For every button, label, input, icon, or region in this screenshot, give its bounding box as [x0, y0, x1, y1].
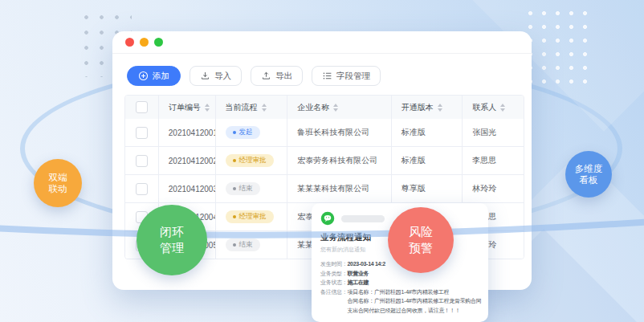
column-header[interactable]: 订单编号 [159, 96, 216, 119]
flow-badge-label: 经理审批 [239, 212, 267, 222]
multi-dashboard-label-1: 多维度 [575, 163, 603, 174]
flow-badge-label: 发起 [239, 128, 253, 137]
notification-field-extra-line: 合同名称：广州碧桂园1-4#市内精装修工程龙骨采购合同 [348, 296, 482, 306]
notification-field: 备注信息：项目名称：广州碧桂园1-4#市内精装修工程合同名称：广州碧桂园1-4#… [320, 287, 482, 316]
company-cell: 某某某科技有限公司 [287, 175, 391, 202]
sort-icon[interactable] [333, 104, 338, 112]
flow-badge-label: 结束 [239, 240, 253, 250]
order-cell: 20210412001 [159, 119, 216, 146]
dual-link-bubble: 双端 联动 [34, 159, 82, 207]
column-header-label: 企业名称 [297, 102, 329, 113]
flow-status-dot [233, 131, 236, 134]
risk-warning-label-1: 风险 [409, 224, 433, 240]
notification-field-extra-line: 支出合同付款已经超过合同收票，请注意！！！ [348, 306, 482, 316]
notification-field-value: 2023-03-14 14:2 [348, 259, 385, 269]
flow-badge: 发起 [226, 126, 260, 139]
window-close-dot[interactable] [125, 38, 134, 47]
column-header[interactable]: 企业名称 [287, 96, 391, 119]
row-checkbox-cell [125, 147, 159, 174]
table-header: 订单编号当前流程企业名称开通版本联系人 [125, 96, 524, 119]
window-titlebar [112, 31, 532, 54]
dual-link-label-2: 联动 [49, 183, 67, 194]
sort-icon[interactable] [205, 104, 210, 112]
contact-cell: 林玲玲 [463, 175, 524, 202]
notification-field: 业务状态：施工在建 [320, 278, 482, 287]
sort-up-arrow [333, 104, 338, 107]
sort-down-arrow [333, 108, 338, 112]
flow-status-dot [233, 243, 236, 247]
contact-cell: 李思思 [463, 147, 524, 174]
select-all-checkbox[interactable] [136, 101, 148, 113]
sort-up-arrow [500, 104, 505, 107]
flow-cell: 经理审批 [216, 203, 288, 230]
flow-status-dot [233, 187, 236, 190]
import-button-label: 导入 [214, 71, 231, 82]
column-header[interactable]: 当前流程 [216, 96, 288, 119]
row-checkbox-cell [125, 175, 159, 202]
closed-loop-label-1: 闭环 [160, 224, 184, 240]
table-row[interactable]: 20210412002经理审批宏泰劳务科技有限公司标准版李思思 [125, 147, 524, 175]
plus-circle-icon [138, 71, 149, 81]
flow-badge: 经理审批 [226, 154, 274, 167]
sort-down-arrow [262, 108, 267, 112]
add-button-label: 添加 [153, 71, 169, 82]
toolbar: 添加 导入 导出 字段管理 [112, 54, 532, 86]
sort-down-arrow [438, 108, 442, 112]
download-icon [200, 71, 210, 81]
order-cell: 20210412003 [159, 175, 216, 202]
flow-badge-label: 结束 [239, 184, 253, 194]
column-header-label: 订单编号 [169, 102, 201, 113]
risk-warning-label-2: 预警 [409, 240, 433, 256]
list-icon [322, 71, 332, 81]
field-management-button[interactable]: 字段管理 [312, 66, 381, 86]
flow-cell: 结束 [216, 231, 288, 259]
table-row[interactable]: 20210412001发起鲁班长科技有限公司标准版张国光 [125, 119, 524, 147]
flow-cell: 发起 [216, 119, 288, 146]
row-checkbox[interactable] [136, 183, 148, 195]
field-management-button-label: 字段管理 [336, 71, 370, 82]
header-checkbox-cell [125, 96, 159, 119]
sort-down-arrow [500, 108, 505, 112]
notification-field-value: 施工在建 [348, 278, 369, 287]
table-row[interactable]: 20210412003结束某某某科技有限公司尊享版林玲玲 [125, 175, 524, 203]
column-header-label: 当前流程 [226, 102, 258, 113]
notification-field-label: 发生时间： [320, 259, 348, 269]
notification-field-label: 业务状态： [320, 278, 348, 287]
sort-up-arrow [205, 104, 210, 107]
row-checkbox[interactable] [136, 155, 148, 167]
company-cell: 鲁班长科技有限公司 [287, 119, 391, 146]
window-maximize-dot[interactable] [154, 38, 163, 47]
closed-loop-bubble: 闭环 管理 [137, 205, 207, 275]
row-checkbox[interactable] [136, 127, 148, 139]
row-checkbox-cell [125, 119, 159, 146]
notification-field: 业务类型：联营业务 [320, 269, 482, 279]
order-cell: 20210412002 [159, 147, 216, 174]
column-header-label: 开通版本 [401, 102, 434, 113]
notification-field-value: 联营业务 [348, 269, 369, 279]
flow-cell: 结束 [216, 175, 288, 202]
notification-field-label: 备注信息： [320, 287, 348, 316]
sort-up-arrow [262, 104, 267, 107]
sort-up-arrow [438, 104, 442, 107]
export-button[interactable]: 导出 [251, 66, 303, 86]
notification-fields: 发生时间：2023-03-14 14:2业务类型：联营业务业务状态：施工在建备注… [320, 259, 482, 315]
version-cell: 标准版 [392, 119, 463, 146]
sort-icon[interactable] [500, 104, 505, 112]
upload-icon [261, 71, 271, 81]
sort-down-arrow [205, 108, 210, 112]
sort-icon[interactable] [262, 104, 267, 112]
notification-field-value: 项目名称：广州碧桂园1-4#市内精装修工程合同名称：广州碧桂园1-4#市内精装修… [348, 287, 482, 316]
risk-warning-bubble: 风险 预警 [388, 207, 454, 273]
column-header[interactable]: 联系人 [463, 96, 524, 119]
multi-dashboard-bubble: 多维度 看板 [565, 151, 612, 198]
add-button[interactable]: 添加 [127, 66, 181, 86]
flow-badge: 结束 [226, 182, 260, 195]
dual-link-label-1: 双端 [49, 172, 67, 183]
column-header[interactable]: 开通版本 [392, 96, 463, 119]
import-button[interactable]: 导入 [190, 66, 242, 86]
sort-icon[interactable] [438, 104, 442, 112]
notification-field-label: 业务类型： [320, 269, 348, 279]
window-minimize-dot[interactable] [140, 38, 149, 47]
company-cell: 宏泰劳务科技有限公司 [287, 147, 391, 174]
wechat-icon [320, 211, 335, 226]
